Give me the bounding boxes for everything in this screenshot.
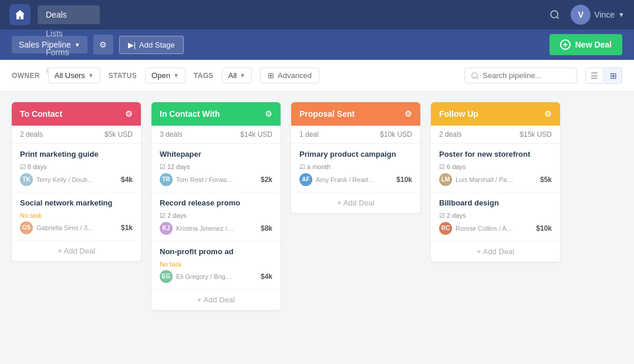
person-avatar: EG bbox=[160, 270, 173, 283]
deal-card[interactable]: Non-profit promo ad No task EG Eli Grego… bbox=[151, 241, 281, 289]
svg-point-2 bbox=[472, 72, 477, 77]
deal-person-row: TR Tom Reid / Forward S... $2k bbox=[160, 173, 272, 186]
new-deal-button[interactable]: + New Deal bbox=[549, 34, 622, 55]
svg-line-1 bbox=[557, 16, 559, 18]
add-deal-button[interactable]: + Add Deal bbox=[12, 241, 141, 261]
nav-item-automations[interactable]: Automations bbox=[38, 0, 100, 5]
status-filter-select[interactable]: Open ▼ bbox=[145, 68, 186, 83]
task-badge: ☑ 2 days bbox=[439, 212, 466, 220]
add-deal-button[interactable]: + Add Deal bbox=[291, 193, 420, 213]
advanced-filter-button[interactable]: ⊞ Advanced bbox=[260, 68, 319, 83]
user-menu[interactable]: V Vince ▼ bbox=[566, 5, 625, 25]
column-to-contact: To Contact⚙2 deals$5k USD Print marketin… bbox=[12, 102, 141, 261]
new-deal-label: New Deal bbox=[575, 40, 612, 49]
deal-person-row: GS Gabriella Sims / 3DO ... $1k bbox=[20, 221, 133, 234]
search-icon bbox=[471, 72, 479, 80]
search-box[interactable] bbox=[464, 68, 577, 83]
tags-filter-select[interactable]: All ▼ bbox=[222, 68, 252, 83]
deal-title: Print marketing guide bbox=[20, 150, 133, 160]
pipeline-settings-button[interactable]: ⚙ bbox=[93, 35, 113, 55]
svg-line-3 bbox=[477, 77, 478, 79]
list-view-button[interactable]: ☰ bbox=[585, 68, 603, 84]
deal-person-row: RC Ronnie Collins / Acme ... $10k bbox=[439, 222, 552, 235]
person-label: Luis Marshall / Pathw... bbox=[456, 176, 514, 183]
deal-card[interactable]: Billboard design ☑ 2 days RC Ronnie Coll… bbox=[431, 193, 560, 241]
person-label: Eli Gregory / Bright Fu... bbox=[176, 273, 235, 280]
add-stage-icon: ▶| bbox=[128, 41, 136, 49]
task-check-icon: ☑ bbox=[20, 163, 26, 171]
owner-filter-select[interactable]: All Users ▼ bbox=[48, 68, 100, 83]
task-badge: ☑ a month bbox=[299, 163, 331, 171]
task-badge: ☑ 6 days bbox=[439, 163, 466, 171]
home-button[interactable] bbox=[9, 4, 31, 25]
add-deal-button[interactable]: + Add Deal bbox=[151, 289, 281, 310]
svg-point-0 bbox=[551, 11, 558, 18]
deal-amount: $8k bbox=[261, 224, 272, 232]
nav-item-deals[interactable]: Deals bbox=[38, 5, 100, 24]
column-meta-to-contact: 2 deals$5k USD bbox=[12, 126, 141, 144]
deal-card[interactable]: Whitepaper ☑ 12 days TR Tom Reid / Forwa… bbox=[151, 144, 281, 193]
column-follow-up: Follow Up⚙2 deals$15k USD Poster for new… bbox=[431, 102, 560, 262]
search-button[interactable] bbox=[546, 6, 564, 23]
deal-person: RC Ronnie Collins / Acme ... bbox=[439, 222, 514, 235]
deal-amount: $4k bbox=[261, 272, 272, 281]
owner-filter-label: OWNER bbox=[12, 72, 40, 80]
column-settings-icon[interactable]: ⚙ bbox=[404, 109, 412, 119]
deal-person: GS Gabriella Sims / 3DO ... bbox=[20, 221, 95, 234]
tags-filter-value: All bbox=[228, 71, 237, 80]
deal-amount: $2k bbox=[261, 176, 272, 184]
column-in-contact: In Contact With⚙3 deals$14k USD Whitepap… bbox=[151, 102, 281, 310]
column-settings-icon[interactable]: ⚙ bbox=[544, 109, 552, 119]
person-label: Terry Kelly / Double Tr... bbox=[36, 176, 95, 183]
column-title: In Contact With bbox=[160, 109, 220, 119]
task-badge: ☑ 2 days bbox=[160, 212, 186, 220]
deal-card[interactable]: Social network marketing No task GS Gabr… bbox=[12, 193, 141, 241]
column-settings-icon[interactable]: ⚙ bbox=[125, 109, 133, 119]
column-settings-icon[interactable]: ⚙ bbox=[265, 109, 272, 119]
add-stage-button[interactable]: ▶| Add Stage bbox=[119, 36, 184, 54]
deal-person-row: EG Eli Gregory / Bright Fu... $4k bbox=[160, 270, 272, 283]
deal-title: Non-profit promo ad bbox=[160, 247, 272, 257]
deals-count: 3 deals bbox=[160, 130, 183, 139]
person-label: Gabriella Sims / 3DO ... bbox=[36, 224, 95, 231]
column-title: Follow Up bbox=[439, 109, 478, 119]
deals-count: 2 deals bbox=[439, 130, 462, 139]
deal-meta-row: ☑ 12 days bbox=[160, 163, 272, 171]
deal-person-row: TK Terry Kelly / Double Tr... $4k bbox=[20, 173, 133, 186]
deal-person: TK Terry Kelly / Double Tr... bbox=[20, 173, 95, 186]
person-avatar: TR bbox=[160, 173, 173, 186]
deal-card[interactable]: Print marketing guide ☑ 8 days TK Terry … bbox=[12, 144, 141, 193]
deal-person: EG Eli Gregory / Bright Fu... bbox=[160, 270, 235, 283]
column-meta-in-contact: 3 deals$14k USD bbox=[151, 126, 281, 144]
deal-person: KJ Kristina Jimenez / Dap... bbox=[160, 222, 235, 235]
task-check-icon: ☑ bbox=[439, 163, 445, 171]
person-label: Amy Frank / Ready Sp... bbox=[316, 176, 375, 183]
column-header-follow-up: Follow Up⚙ bbox=[431, 102, 560, 126]
deals-total: $5k USD bbox=[104, 130, 133, 139]
deal-title: Record release promo bbox=[160, 198, 272, 208]
task-badge: ☑ 8 days bbox=[20, 163, 46, 171]
deal-card[interactable]: Primary product campaign ☑ a month AF Am… bbox=[291, 144, 420, 193]
tags-filter-label: TAGS bbox=[194, 72, 214, 80]
deals-total: $15k USD bbox=[520, 130, 552, 139]
person-label: Ronnie Collins / Acme ... bbox=[456, 225, 514, 232]
user-avatar: V bbox=[571, 5, 591, 25]
owner-filter-value: All Users bbox=[55, 71, 85, 80]
no-task-badge: No task bbox=[160, 261, 181, 268]
deal-amount: $5k bbox=[540, 176, 552, 184]
board-view-button[interactable]: ⊞ bbox=[605, 68, 622, 84]
person-avatar: GS bbox=[20, 221, 33, 234]
deal-title: Poster for new storefront bbox=[439, 150, 552, 160]
status-arrow-icon: ▼ bbox=[173, 72, 179, 79]
deal-title: Whitepaper bbox=[160, 150, 272, 160]
deal-card[interactable]: Record release promo ☑ 2 days KJ Kristin… bbox=[151, 193, 281, 241]
add-deal-button[interactable]: + Add Deal bbox=[431, 241, 560, 262]
search-input[interactable] bbox=[483, 71, 571, 80]
owner-arrow-icon: ▼ bbox=[88, 72, 94, 79]
task-check-icon: ☑ bbox=[160, 163, 166, 171]
deal-card[interactable]: Poster for new storefront ☑ 6 days LM Lu… bbox=[431, 144, 560, 193]
column-proposal-sent: Proposal Sent⚙1 deal$10k USD Primary pro… bbox=[291, 102, 420, 213]
advanced-filter-icon: ⊞ bbox=[268, 71, 274, 80]
column-header-proposal-sent: Proposal Sent⚙ bbox=[291, 102, 420, 126]
pipeline-selector[interactable]: Sales Pipeline ▼ bbox=[12, 36, 87, 53]
